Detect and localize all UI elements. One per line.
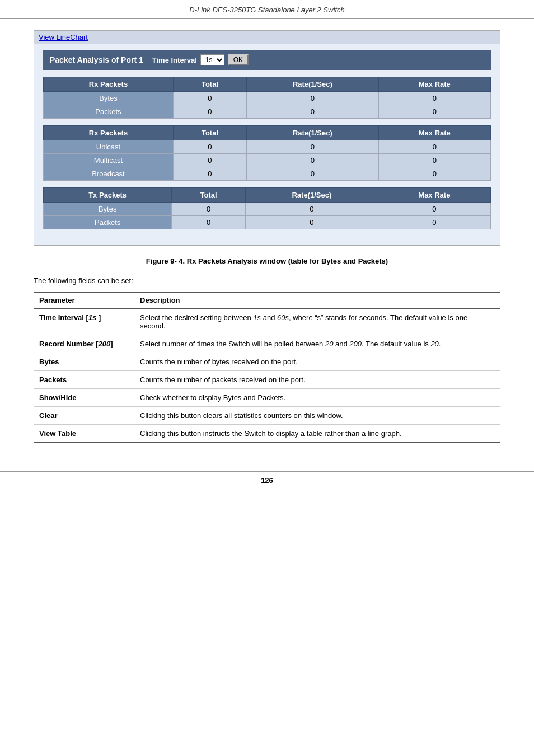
- rx-packets-col2: Total: [173, 126, 246, 140]
- row-label: Packets: [44, 216, 172, 229]
- table-row: Bytes 0 0 0: [44, 92, 491, 105]
- list-item: Bytes Counts the number of bytes receive…: [34, 353, 500, 371]
- row-total: 0: [173, 154, 246, 167]
- param-name: View Table: [34, 425, 134, 443]
- row-rate: 0: [246, 203, 378, 216]
- panel-titlebar: View LineChart: [34, 31, 500, 44]
- row-max: 0: [378, 154, 490, 167]
- list-item: View Table Clicking this button instruct…: [34, 425, 500, 443]
- row-total: 0: [172, 216, 246, 229]
- row-label: Packets: [44, 105, 174, 119]
- panel-inner: Packet Analysis of Port 1 Time Interval …: [34, 44, 500, 245]
- ok-button[interactable]: OK: [228, 54, 249, 65]
- table-row: Unicast 0 0 0: [44, 140, 491, 154]
- param-name: Bytes: [34, 353, 134, 371]
- tx-col2: Total: [172, 188, 246, 203]
- time-interval-label: Time Interval: [152, 56, 197, 64]
- param-desc: Check whether to display Bytes and Packe…: [134, 389, 500, 407]
- row-max: 0: [378, 167, 490, 181]
- row-rate: 0: [247, 105, 379, 119]
- rx-packets-col4: Max Rate: [378, 126, 490, 140]
- param-desc: Counts the number of packets received on…: [134, 371, 500, 389]
- param-col2: Description: [134, 292, 500, 308]
- row-total: 0: [172, 203, 246, 216]
- time-interval-select[interactable]: 1s: [200, 54, 224, 65]
- param-col1: Parameter: [34, 292, 134, 308]
- row-label: Bytes: [44, 203, 172, 216]
- list-item: Record Number [200] Select number of tim…: [34, 335, 500, 353]
- tx-table: Tx Packets Total Rate(1/Sec) Max Rate By…: [43, 187, 491, 229]
- row-total: 0: [173, 167, 246, 181]
- param-name: Record Number [200]: [34, 335, 134, 353]
- row-max: 0: [378, 92, 490, 105]
- row-label: Multicast: [44, 154, 174, 167]
- list-item: Clear Clicking this button clears all st…: [34, 407, 500, 425]
- table-row: Broadcast 0 0 0: [44, 167, 491, 181]
- packet-title: Packet Analysis of Port 1: [50, 55, 143, 64]
- row-rate: 0: [246, 216, 378, 229]
- param-desc: Clicking this button clears all statisti…: [134, 407, 500, 425]
- param-desc: Select number of times the Switch will b…: [134, 335, 500, 353]
- tx-col4: Max Rate: [378, 188, 490, 203]
- table-row: Packets 0 0 0: [44, 216, 491, 229]
- header-title: D-Link DES-3250TG Standalone Layer 2 Swi…: [189, 6, 344, 14]
- table-row: Bytes 0 0 0: [44, 203, 491, 216]
- row-rate: 0: [247, 140, 379, 154]
- row-rate: 0: [247, 154, 379, 167]
- main-panel: View LineChart Packet Analysis of Port 1…: [34, 30, 500, 246]
- row-total: 0: [173, 92, 246, 105]
- rx-bytes-col1: Rx Packets: [44, 77, 174, 92]
- rx-bytes-col3: Rate(1/Sec): [247, 77, 379, 92]
- param-name: Clear: [34, 407, 134, 425]
- list-item: Show/Hide Check whether to display Bytes…: [34, 389, 500, 407]
- rx-packets-table: Rx Packets Total Rate(1/Sec) Max Rate Un…: [43, 125, 491, 181]
- rx-bytes-table: Rx Packets Total Rate(1/Sec) Max Rate By…: [43, 77, 491, 119]
- row-rate: 0: [247, 167, 379, 181]
- fields-intro: The following fields can be set:: [34, 276, 500, 285]
- param-name: Packets: [34, 371, 134, 389]
- row-label: Unicast: [44, 140, 174, 154]
- figure-caption: Figure 9- 4. Rx Packets Analysis window …: [34, 257, 500, 265]
- row-max: 0: [378, 105, 490, 119]
- row-total: 0: [173, 140, 246, 154]
- param-desc: Clicking this button instructs the Switc…: [134, 425, 500, 443]
- page-footer: 126: [0, 471, 534, 489]
- rx-bytes-col2: Total: [173, 77, 246, 92]
- row-label: Bytes: [44, 92, 174, 105]
- page-number: 126: [261, 476, 273, 485]
- page-header: D-Link DES-3250TG Standalone Layer 2 Swi…: [0, 0, 534, 19]
- packet-analysis-header: Packet Analysis of Port 1 Time Interval …: [43, 50, 491, 70]
- row-max: 0: [378, 140, 490, 154]
- list-item: Packets Counts the number of packets rec…: [34, 371, 500, 389]
- tx-col3: Rate(1/Sec): [246, 188, 378, 203]
- row-label: Broadcast: [44, 167, 174, 181]
- tx-col1: Tx Packets: [44, 188, 172, 203]
- row-total: 0: [173, 105, 246, 119]
- view-linechart-link[interactable]: View LineChart: [39, 33, 88, 41]
- row-rate: 0: [247, 92, 379, 105]
- param-name: Time Interval [1s ]: [34, 308, 134, 335]
- table-row: Packets 0 0 0: [44, 105, 491, 119]
- rx-bytes-col4: Max Rate: [378, 77, 490, 92]
- rx-packets-col3: Rate(1/Sec): [247, 126, 379, 140]
- row-max: 0: [378, 203, 490, 216]
- param-name: Show/Hide: [34, 389, 134, 407]
- table-row: Multicast 0 0 0: [44, 154, 491, 167]
- param-desc: Counts the number of bytes received on t…: [134, 353, 500, 371]
- rx-packets-col1: Rx Packets: [44, 126, 174, 140]
- time-interval-group: Time Interval 1s OK: [152, 54, 249, 65]
- list-item: Time Interval [1s ] Select the desired s…: [34, 308, 500, 335]
- param-table: Parameter Description Time Interval [1s …: [34, 292, 500, 443]
- row-max: 0: [378, 216, 490, 229]
- param-desc: Select the desired setting between 1s an…: [134, 308, 500, 335]
